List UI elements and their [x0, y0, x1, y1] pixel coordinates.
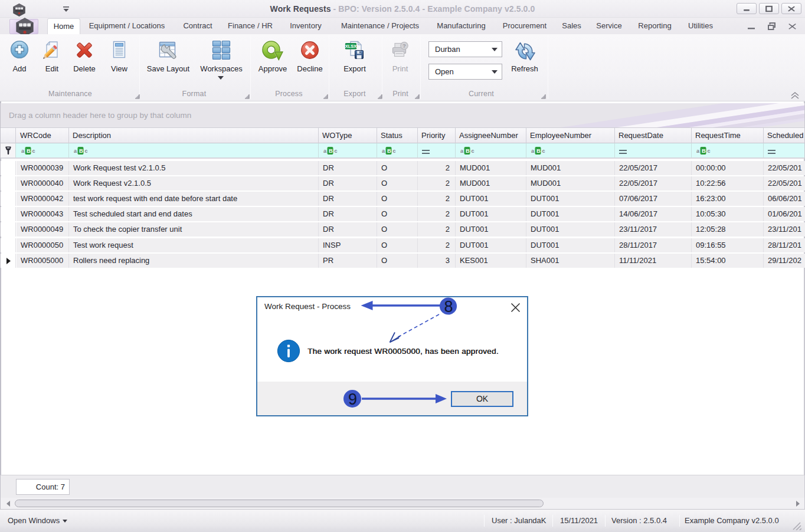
svg-text:a: a: [382, 148, 385, 154]
svg-text:a: a: [531, 148, 535, 154]
svg-text:c: c: [335, 148, 338, 154]
svg-text:B: B: [329, 147, 333, 154]
svg-text:a: a: [460, 148, 464, 154]
svg-text:c: c: [708, 148, 711, 154]
svg-text:B: B: [387, 147, 391, 154]
svg-text:B: B: [466, 147, 470, 154]
svg-text:a: a: [21, 148, 25, 154]
svg-text:?: ?: [402, 42, 406, 49]
svg-text:B: B: [702, 147, 706, 154]
svg-text:c: c: [472, 148, 475, 154]
svg-text:a: a: [323, 148, 327, 154]
svg-text:c: c: [32, 148, 35, 154]
svg-text:c: c: [393, 148, 396, 154]
svg-text:c: c: [85, 148, 88, 154]
svg-text:B: B: [79, 147, 83, 154]
svg-text:B: B: [27, 147, 31, 154]
svg-text:B: B: [536, 147, 541, 154]
svg-text:a: a: [74, 148, 77, 154]
svg-text:c: c: [542, 148, 545, 154]
svg-text:XLSX: XLSX: [345, 44, 357, 49]
svg-text:a: a: [696, 148, 700, 154]
